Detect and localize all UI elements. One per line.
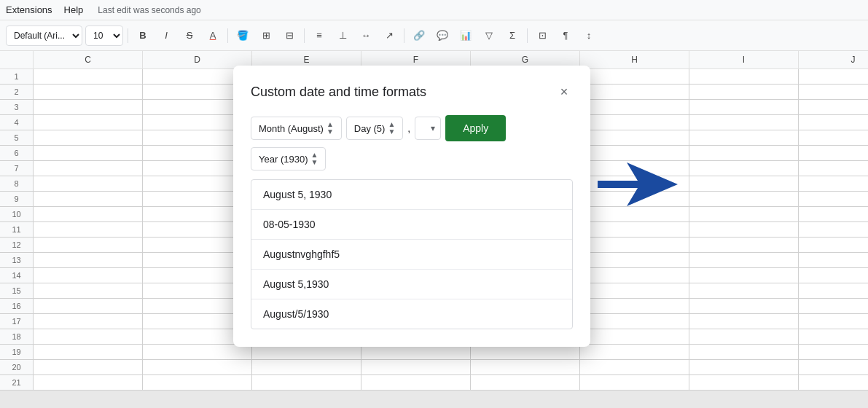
grid-cell[interactable] [34,192,143,206]
grid-cell[interactable] [252,345,361,359]
menu-extensions[interactable]: Extensions [6,4,52,15]
grid-cell[interactable] [471,360,580,374]
grid-cell[interactable] [34,268,143,283]
chart-button[interactable]: 📊 [455,26,476,46]
grid-cell[interactable] [689,161,799,176]
grid-cell[interactable] [34,161,143,176]
grid-cell[interactable] [689,375,799,390]
comment-button[interactable]: 💬 [432,26,453,46]
grid-cell[interactable] [580,253,689,267]
grid-cell[interactable] [34,130,143,145]
grid-cell[interactable] [689,192,799,206]
grid-cell[interactable] [34,345,143,359]
grid-cell[interactable] [799,329,868,344]
wrap-button[interactable]: ↔ [356,26,376,46]
col-header-j[interactable]: J [799,51,868,68]
grid-cell[interactable] [799,100,868,114]
grid-cell[interactable] [34,115,143,130]
grid-cell[interactable] [689,115,799,130]
italic-button[interactable]: I [156,26,176,46]
grid-cell[interactable] [580,360,689,374]
grid-cell[interactable] [689,238,799,252]
strikethrough-button[interactable]: S [179,26,200,46]
list-item[interactable]: 08-05-1930 [251,210,572,240]
bold-button[interactable]: B [133,26,153,46]
grid-cell[interactable] [580,222,689,237]
grid-cell[interactable] [799,207,868,221]
grid-cell[interactable] [580,146,689,160]
grid-cell[interactable] [799,375,868,390]
grid-cell[interactable] [471,375,580,390]
grid-cell[interactable] [799,299,868,313]
list-item[interactable]: Augustnvghgfhf5 [251,240,572,270]
grid-cell[interactable] [143,375,252,390]
grid-cell[interactable] [799,283,868,298]
grid-cell[interactable] [799,222,868,237]
grid-cell[interactable] [689,329,799,344]
grid-cell[interactable] [34,314,143,329]
grid-cell[interactable] [689,176,799,191]
grid-cell[interactable] [580,299,689,313]
grid-cell[interactable] [799,130,868,145]
grid-cell[interactable] [799,360,868,374]
grid-cell[interactable] [580,345,689,359]
grid-cell[interactable] [799,69,868,84]
font-size-select[interactable]: 10 [85,26,123,46]
text-color-button[interactable]: A [203,26,223,46]
grid-cell[interactable] [689,69,799,84]
grid-cell[interactable] [689,85,799,99]
grid-cell[interactable] [580,268,689,283]
grid-cell[interactable] [689,360,799,374]
rotate-button[interactable]: ↗ [379,26,399,46]
grid-cell[interactable] [580,130,689,145]
grid-cell[interactable] [580,85,689,99]
borders-button[interactable]: ⊞ [256,26,276,46]
grid-cell[interactable] [689,222,799,237]
list-item[interactable]: August 5, 1930 [251,180,572,210]
freeze-button[interactable]: ⊡ [532,26,552,46]
grid-cell[interactable] [34,238,143,252]
merge-button[interactable]: ⊟ [279,26,300,46]
filter-button[interactable]: ▽ [479,26,499,46]
ungroup-button[interactable]: ↕ [579,26,599,46]
grid-cell[interactable] [580,329,689,344]
grid-cell[interactable] [580,115,689,130]
grid-cell[interactable] [689,299,799,313]
grid-cell[interactable] [689,146,799,160]
day-chip[interactable]: Day (5) ▲ ▼ [346,117,404,140]
align-left-button[interactable]: ≡ [309,26,329,46]
more-options-dropdown[interactable] [415,117,441,140]
grid-cell[interactable] [799,314,868,329]
grid-cell[interactable] [799,85,868,99]
grid-cell[interactable] [361,375,471,390]
font-family-select[interactable]: Default (Ari... [6,26,82,46]
grid-cell[interactable] [143,360,252,374]
grid-cell[interactable] [143,345,252,359]
grid-cell[interactable] [689,130,799,145]
fill-color-button[interactable]: 🪣 [232,26,253,46]
grid-cell[interactable] [34,360,143,374]
grid-cell[interactable] [34,329,143,344]
list-item[interactable]: August/5/1930 [251,299,572,329]
apply-button[interactable]: Apply [445,115,506,141]
grid-cell[interactable] [34,176,143,191]
grid-cell[interactable] [799,268,868,283]
grid-cell[interactable] [580,375,689,390]
col-header-i[interactable]: I [689,51,799,68]
grid-cell[interactable] [34,69,143,84]
group-button[interactable]: ¶ [555,26,576,46]
grid-cell[interactable] [34,85,143,99]
grid-cell[interactable] [799,253,868,267]
grid-cell[interactable] [799,238,868,252]
grid-cell[interactable] [471,345,580,359]
month-chip[interactable]: Month (August) ▲ ▼ [251,117,342,140]
menu-help[interactable]: Help [64,4,84,15]
list-item[interactable]: August 5,1930 [251,270,572,299]
grid-cell[interactable] [689,268,799,283]
grid-cell[interactable] [799,176,868,191]
grid-cell[interactable] [361,360,471,374]
grid-cell[interactable] [580,69,689,84]
link-button[interactable]: 🔗 [409,26,429,46]
grid-cell[interactable] [799,146,868,160]
grid-cell[interactable] [580,314,689,329]
